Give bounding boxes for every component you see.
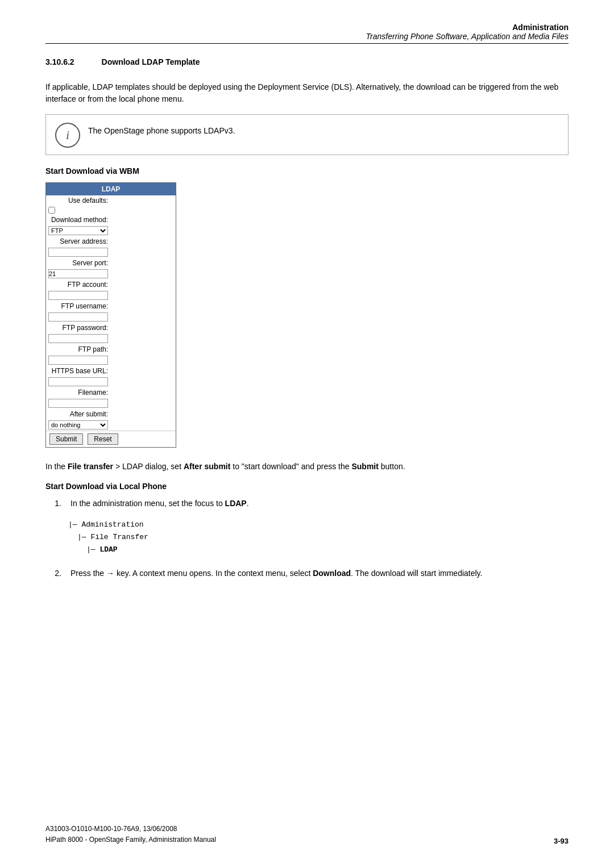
tree-prefix-1: |— — [68, 520, 81, 529]
server-address-input[interactable] — [48, 248, 108, 257]
tree-prefix-2: |— — [77, 533, 90, 541]
step2-content: Press the → key. A context menu opens. I… — [70, 567, 569, 579]
label-https-base-url: HTTPS base URL: — [46, 366, 111, 376]
ldap-bold: LDAP — [225, 499, 247, 508]
step1-content: In the administration menu, set the focu… — [70, 498, 569, 510]
table-row: FTP account: — [46, 279, 176, 301]
value-ftp-username — [46, 311, 176, 323]
value-ftp-path — [46, 354, 176, 366]
value-https-base-url — [46, 376, 176, 387]
use-defaults-checkbox[interactable] — [48, 207, 55, 214]
step-number-1: 1. — [45, 498, 61, 510]
page-footer: A31003-O1010-M100-10-76A9, 13/06/2008 Hi… — [45, 824, 569, 845]
value-use-defaults — [46, 206, 176, 215]
label-ftp-path: FTP path: — [46, 344, 111, 354]
ftp-path-input[interactable] — [48, 356, 108, 365]
ldap-form: LDAP Use defaults: Download method: FTP … — [45, 182, 176, 448]
footer-left: A31003-O1010-M100-10-76A9, 13/06/2008 Hi… — [45, 824, 216, 845]
value-ftp-password — [46, 333, 176, 344]
list-item: 1. In the administration menu, set the f… — [45, 498, 569, 510]
reset-button[interactable]: Reset — [88, 433, 118, 445]
section-intro: If applicable, LDAP templates should be … — [45, 81, 569, 105]
download-bold: Download — [313, 569, 351, 578]
header-subtitle: Transferring Phone Software, Application… — [45, 32, 569, 41]
tree-item-1: |— Administration — [68, 519, 569, 531]
label-after-submit: After submit: — [46, 409, 111, 419]
file-transfer-bold: File transfer — [68, 462, 113, 471]
buttons-cell: Submit Reset — [46, 431, 176, 448]
footer-doc-id: A31003-O1010-M100-10-76A9, 13/06/2008 — [45, 824, 216, 834]
download-method-select[interactable]: FTP — [48, 226, 108, 235]
label-server-address: Server address: — [46, 236, 111, 247]
step-number-2: 2. — [45, 567, 61, 579]
tree-item-3: |— LDAP — [68, 544, 569, 556]
header-divider — [45, 43, 569, 44]
section-number: 3.10.6.2 — [45, 57, 74, 73]
https-base-url-input[interactable] — [48, 377, 108, 386]
table-row: FTP path: — [46, 344, 176, 366]
table-row: FTP password: — [46, 323, 176, 344]
value-server-port — [46, 268, 176, 279]
tree-prefix-3: |— — [86, 545, 99, 554]
tree-structure: |— Administration |— File Transfer |— LD… — [68, 519, 569, 556]
table-row: Download method: FTP — [46, 215, 176, 236]
ftp-username-input[interactable] — [48, 312, 108, 322]
table-row: Server port: — [46, 258, 176, 279]
value-ftp-account — [46, 290, 176, 301]
tree-item-2: |— File Transfer — [68, 531, 569, 544]
ldap-tree-bold: LDAP — [99, 545, 117, 554]
info-box: i The OpenStage phone supports LDAPv3. — [45, 114, 569, 155]
label-ftp-password: FTP password: — [46, 323, 111, 333]
page-header: Administration Transferring Phone Softwa… — [45, 23, 569, 41]
value-server-address — [46, 247, 176, 258]
ldap-buttons: Submit Reset — [46, 431, 176, 447]
table-row: Use defaults: — [46, 195, 176, 215]
filename-input[interactable] — [48, 399, 108, 408]
table-row: HTTPS base URL: — [46, 366, 176, 387]
wbm-heading: Start Download via WBM — [45, 166, 569, 176]
after-table-text: In the File transfer > LDAP dialog, set … — [45, 461, 569, 473]
table-row: After submit: do nothing start download — [46, 409, 176, 431]
footer-manual-title: HiPath 8000 - OpenStage Family, Administ… — [45, 834, 216, 845]
table-row: Server address: — [46, 236, 176, 258]
submit-bold: Submit — [351, 462, 378, 471]
info-icon: i — [55, 123, 80, 148]
value-after-submit: do nothing start download — [46, 419, 176, 431]
submit-button[interactable]: Submit — [49, 433, 83, 445]
footer-page: 3-93 — [554, 837, 569, 845]
after-submit-select[interactable]: do nothing start download — [48, 420, 108, 429]
server-port-input[interactable] — [48, 269, 108, 278]
label-filename: Filename: — [46, 387, 111, 398]
table-buttons-row: Submit Reset — [46, 431, 176, 448]
label-server-port: Server port: — [46, 258, 111, 268]
table-row: Filename: — [46, 387, 176, 409]
header-title: Administration — [45, 23, 569, 32]
label-ftp-username: FTP username: — [46, 301, 111, 311]
steps-list-2: 2. Press the → key. A context menu opens… — [45, 567, 569, 579]
info-box-text: The OpenStage phone supports LDAPv3. — [88, 122, 235, 137]
ldap-table: LDAP Use defaults: Download method: FTP … — [45, 182, 176, 448]
list-item-2: 2. Press the → key. A context menu opens… — [45, 567, 569, 579]
ldap-table-header: LDAP — [46, 183, 176, 196]
table-row: FTP username: — [46, 301, 176, 323]
ftp-account-input[interactable] — [48, 291, 108, 300]
ftp-password-input[interactable] — [48, 334, 108, 343]
section-title: Download LDAP Template — [102, 57, 200, 66]
value-filename — [46, 398, 176, 409]
steps-list: 1. In the administration menu, set the f… — [45, 498, 569, 510]
value-download-method: FTP — [46, 225, 176, 236]
label-ftp-account: FTP account: — [46, 279, 111, 290]
after-submit-bold: After submit — [184, 462, 230, 471]
label-download-method: Download method: — [46, 215, 111, 225]
local-phone-heading: Start Download via Local Phone — [45, 482, 569, 491]
label-use-defaults: Use defaults: — [46, 195, 111, 206]
section-heading-row: 3.10.6.2 Download LDAP Template — [45, 57, 569, 73]
